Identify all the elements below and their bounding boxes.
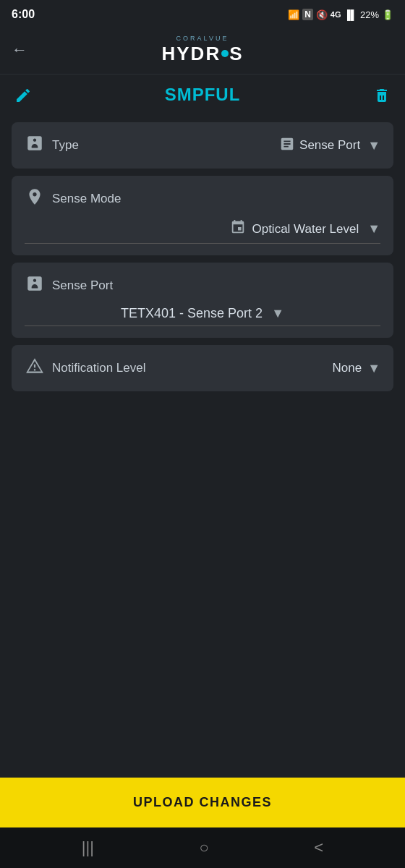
nav-menu-icon[interactable]: ||| [82, 838, 94, 857]
sense-mode-label-row: Sense Mode [25, 187, 380, 210]
status-bar: 6:00 📶 N 🔇 4G ▐▌ 22% 🔋 [0, 0, 405, 26]
logo-container: CORALVUE HYDRS [161, 35, 243, 65]
header: ← CORALVUE HYDRS [0, 26, 405, 75]
bottom-nav: ||| ○ < [0, 827, 405, 868]
type-icon [25, 134, 45, 157]
type-dropdown-arrow[interactable]: ▼ [367, 138, 380, 153]
sense-port-dropdown-arrow[interactable]: ▼ [271, 306, 284, 321]
notification-card: Notification Level None ▼ [12, 345, 393, 391]
sense-mode-card: Sense Mode Optical Water Level ▼ [12, 176, 393, 255]
edit-button[interactable] [14, 85, 32, 104]
upload-changes-button[interactable]: UPLOAD CHANGES [0, 778, 405, 827]
sense-port-label-row: Sense Port [25, 274, 380, 297]
signal-bars-icon: ▐▌ [344, 9, 357, 20]
notification-value: None [333, 361, 362, 375]
type-card: Type Sense Port ▼ [12, 122, 393, 169]
notification-dropdown-arrow[interactable]: ▼ [367, 361, 380, 376]
status-time: 6:00 [12, 8, 35, 21]
logo-dot-icon [221, 50, 229, 57]
status-icons: 📶 N 🔇 4G ▐▌ 22% 🔋 [288, 9, 393, 20]
sense-mode-value-section[interactable]: Optical Water Level ▼ [25, 219, 380, 244]
delete-button[interactable] [373, 85, 391, 104]
page-title-row: SMPFUL [0, 75, 405, 115]
battery-text: 22% [360, 9, 379, 20]
network-icon: N [302, 9, 313, 20]
sense-mode-value-icon [230, 219, 246, 239]
notification-icon [25, 357, 45, 380]
app-logo: HYDRS [161, 43, 243, 65]
sense-mode-icon [25, 187, 45, 210]
sense-port-label: Sense Port [52, 278, 380, 293]
type-value-icon [279, 136, 295, 156]
nav-home-icon[interactable]: ○ [200, 838, 209, 857]
battery-icon: 🔋 [382, 9, 393, 20]
lte-icon: 4G [331, 10, 341, 19]
content-area: Type Sense Port ▼ Sense Mode [0, 115, 405, 399]
sense-mode-value: Optical Water Level [252, 222, 359, 237]
sense-port-icon [25, 274, 45, 297]
sense-mode-label: Sense Mode [52, 192, 380, 206]
brand-label: CORALVUE [176, 35, 229, 42]
logo-text-s: S [229, 43, 243, 65]
logo-text-hydro: HYDR [161, 43, 221, 65]
upload-btn-container: UPLOAD CHANGES [0, 778, 405, 827]
type-label: Type [52, 138, 272, 153]
sense-port-card: Sense Port TETX401 - Sense Port 2 ▼ [12, 263, 393, 338]
type-value-row[interactable]: Sense Port ▼ [279, 136, 380, 156]
type-row: Type Sense Port ▼ [25, 134, 380, 157]
type-value: Sense Port [299, 138, 360, 153]
nav-back-icon[interactable]: < [314, 838, 323, 857]
mute-icon: 🔇 [316, 9, 328, 20]
page-title: SMPFUL [32, 85, 373, 105]
sense-mode-dropdown-arrow[interactable]: ▼ [367, 221, 380, 237]
sense-port-value-section[interactable]: TETX401 - Sense Port 2 ▼ [25, 306, 380, 326]
sim-icon: 📶 [288, 9, 299, 20]
notification-value-row[interactable]: None ▼ [333, 361, 380, 376]
notification-label: Notification Level [52, 361, 325, 375]
notification-row: Notification Level None ▼ [25, 357, 380, 380]
sense-port-value: TETX401 - Sense Port 2 [121, 306, 263, 321]
back-button[interactable]: ← [12, 41, 27, 59]
